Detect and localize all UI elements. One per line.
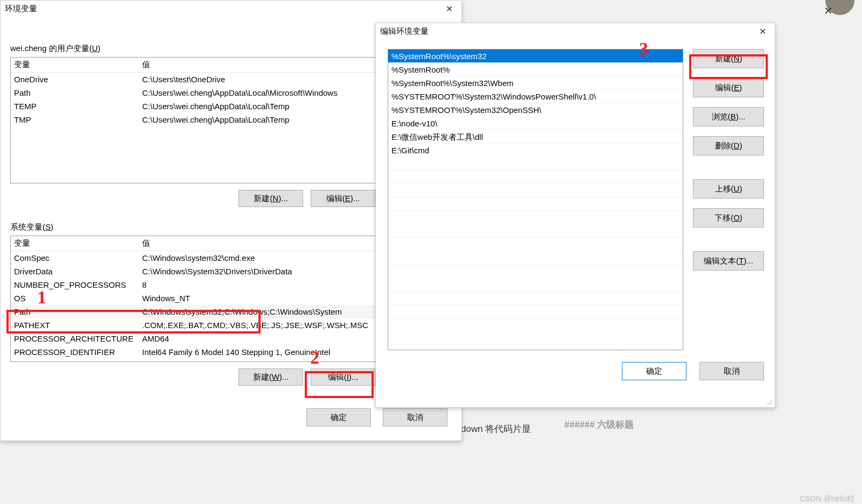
edit-env-var-dialog: 编辑环境变量 ✕ %SystemRoot%\system32%SystemRoo… [375,23,775,408]
list-item-empty[interactable] [388,184,683,197]
user-new-button[interactable]: 新建(N)... [239,190,303,207]
list-item-empty[interactable] [388,278,683,292]
watermark: CSDN @hello程 [800,494,854,504]
list-item-empty[interactable] [388,224,683,238]
system-edit-button[interactable]: 编辑(I)... [311,368,375,386]
move-up-button[interactable]: 上移(U) [693,179,764,198]
ok-button[interactable]: 确定 [306,408,371,427]
browse-button[interactable]: 浏览(B)... [693,107,764,126]
list-item[interactable]: %SystemRoot%\System32\Wbem [388,76,683,90]
close-icon[interactable]: ✕ [437,1,461,16]
ok-button[interactable]: 确定 [622,362,686,380]
cancel-button[interactable]: 取消 [383,408,447,427]
user-edit-button[interactable]: 编辑(E)... [311,190,375,207]
heading6-text: ###### 六级标题 [564,418,634,431]
code-fragment-text: down 将代码片显 [461,423,531,435]
close-icon[interactable]: ✕ [751,24,775,39]
side-button-column: 新建(N) 编辑(E) 浏览(B)... 删除(D) 上移(U) 下移(O) 编… [693,49,764,350]
list-item[interactable]: %SYSTEMROOT%\System32\WindowsPowerShell\… [388,90,683,103]
list-item[interactable]: %SystemRoot% [388,63,683,76]
list-item-empty[interactable] [388,318,683,332]
system-new-button[interactable]: 新建(W)... [239,368,303,386]
new-button[interactable]: 新建(N) [693,49,764,68]
list-item-empty[interactable] [388,211,683,224]
list-item-empty[interactable] [388,171,683,184]
cancel-button[interactable]: 取消 [699,362,764,380]
resize-grip-icon[interactable] [766,399,774,406]
list-item-empty[interactable] [388,251,683,265]
edit-text-button[interactable]: 编辑文本(T)... [693,251,764,271]
list-item[interactable]: %SystemRoot%\system32 [388,49,683,63]
edit-button[interactable]: 编辑(E) [693,78,764,97]
list-item-empty[interactable] [388,238,683,251]
list-item-empty[interactable] [388,265,683,278]
list-item[interactable]: E:\微信web开发者工具\dll [388,130,683,144]
dialog1-title: 环境变量 [1,4,37,14]
list-item[interactable]: %SYSTEMROOT%\System32\OpenSSH\ [388,103,683,117]
svg-line-2 [772,404,773,405]
list-item-empty[interactable] [388,305,683,318]
move-down-button[interactable]: 下移(O) [693,208,764,228]
dialog2-title: 编辑环境变量 [376,26,429,37]
list-item[interactable]: E:\Git\cmd [388,144,683,157]
col-header-var[interactable]: 变量 [11,236,139,251]
col-header-var[interactable]: 变量 [11,58,139,72]
list-item[interactable]: E:\node-v10\ [388,117,683,130]
list-item-empty[interactable] [388,332,683,345]
delete-button[interactable]: 删除(D) [693,136,764,155]
list-item-empty[interactable] [388,157,683,171]
list-item-empty[interactable] [388,292,683,305]
close-icon[interactable]: ✕ [824,4,833,17]
list-item-empty[interactable] [388,197,683,211]
path-entries-list[interactable]: %SystemRoot%\system32%SystemRoot%%System… [388,49,683,350]
